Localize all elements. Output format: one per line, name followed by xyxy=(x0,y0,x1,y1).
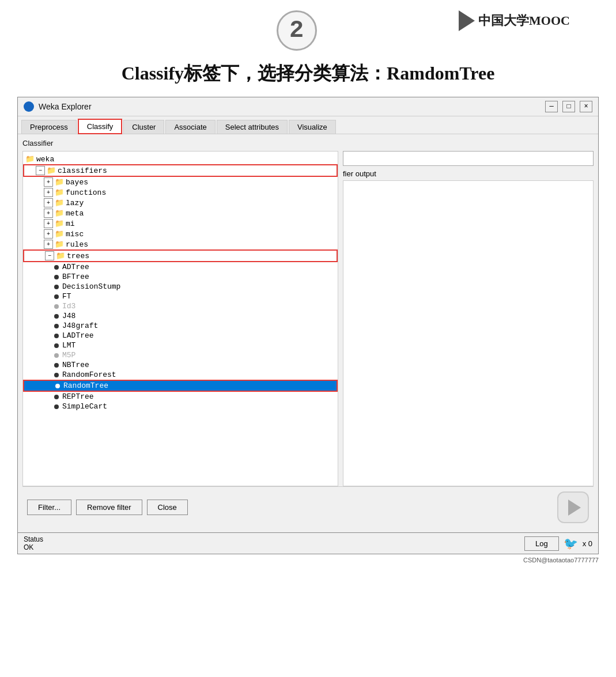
tree-item-j48graft-label: J48graft xyxy=(62,322,98,330)
expand-meta[interactable]: + xyxy=(44,209,53,218)
tab-preprocess[interactable]: Preprocess xyxy=(21,120,77,134)
tab-select-attributes[interactable]: Select attributes xyxy=(217,120,288,134)
folder-icon-trees: 📁 xyxy=(56,251,65,260)
bullet-bftree xyxy=(54,275,59,279)
tree-item-j48[interactable]: J48 xyxy=(23,311,338,321)
tree-item-id3[interactable]: Id3 xyxy=(23,301,338,311)
tree-item-simplecart[interactable]: SimpleCart xyxy=(23,402,338,411)
weka-icon xyxy=(24,101,34,112)
folder-icon-bayes: 📁 xyxy=(55,177,64,187)
status-bar: Status OK Log 🐦 x 0 xyxy=(17,533,599,554)
close-button[interactable]: × xyxy=(580,101,592,112)
tab-classify[interactable]: Classify xyxy=(78,119,123,134)
tree-item-bftree[interactable]: BFTree xyxy=(23,272,338,282)
minimize-button[interactable]: — xyxy=(545,101,558,112)
tree-item-reptree[interactable]: REPTree xyxy=(23,392,338,402)
expand-mi[interactable]: + xyxy=(44,219,53,228)
bullet-simplecart xyxy=(54,404,59,409)
tree-item-rules[interactable]: + 📁 rules xyxy=(23,239,338,249)
tree-item-ft[interactable]: FT xyxy=(23,292,338,301)
maximize-button[interactable]: □ xyxy=(562,101,575,112)
top-area: 2 中国大学MOOC xyxy=(0,0,616,56)
tree-item-nbtree[interactable]: NBTree xyxy=(23,360,338,370)
content-area: Classifier 📁 weka − 📁 classifiers xyxy=(18,134,598,532)
expand-lazy[interactable]: + xyxy=(44,198,53,207)
expand-classifiers[interactable]: − xyxy=(36,166,45,175)
expand-rules[interactable]: + xyxy=(44,240,53,249)
bullet-ladtree xyxy=(54,334,59,338)
classifier-output-label: fier output xyxy=(343,169,594,178)
bullet-j48 xyxy=(54,314,59,319)
tree-panel: 📁 weka − 📁 classifiers + 📁 bayes xyxy=(22,151,338,486)
bullet-randomtree xyxy=(55,384,60,388)
tab-associate[interactable]: Associate xyxy=(165,120,215,134)
mooc-play-icon xyxy=(459,10,475,31)
window-titlebar: Weka Explorer — □ × xyxy=(18,97,598,116)
folder-icon-lazy: 📁 xyxy=(55,198,64,207)
tree-item-ladtree[interactable]: LADTree xyxy=(23,331,338,341)
tree-item-trees-label: trees xyxy=(67,252,89,260)
filter-button[interactable]: Filter... xyxy=(27,500,71,515)
tree-item-m5p[interactable]: M5P xyxy=(23,350,338,360)
bullet-reptree xyxy=(54,395,59,399)
folder-icon-mi: 📁 xyxy=(55,219,64,228)
x-count: x 0 xyxy=(583,539,592,548)
play-button[interactable] xyxy=(557,491,589,523)
tree-item-bayes-label: bayes xyxy=(66,178,88,187)
status-value: OK xyxy=(24,543,43,551)
bullet-ft xyxy=(54,294,59,299)
status-left: Status OK xyxy=(24,535,43,551)
window-frame: Weka Explorer — □ × Preprocess Classify … xyxy=(17,97,599,533)
folder-icon-misc: 📁 xyxy=(55,229,64,239)
tree-item-randomtree[interactable]: RandomTree xyxy=(23,380,338,392)
tree-item-j48-label: J48 xyxy=(62,312,75,320)
tree-item-decisionstump-label: DecisionStump xyxy=(62,282,120,291)
tree-item-misc-label: misc xyxy=(66,230,84,239)
tree-item-meta-label: meta xyxy=(66,209,84,218)
expand-misc[interactable]: + xyxy=(44,229,53,239)
tree-item-ft-label: FT xyxy=(62,292,71,301)
log-button[interactable]: Log xyxy=(524,536,559,551)
tree-item-functions[interactable]: + 📁 functions xyxy=(23,187,338,198)
bullet-randomforest xyxy=(54,373,59,377)
tree-item-lmt[interactable]: LMT xyxy=(23,341,338,350)
tree-item-trees[interactable]: − 📁 trees xyxy=(23,249,338,262)
folder-icon-rules: 📁 xyxy=(55,240,64,249)
tree-item-nbtree-label: NBTree xyxy=(62,361,89,369)
bullet-adtree xyxy=(54,265,59,270)
main-title: Classify标签下，选择分类算法：RamdomTree xyxy=(0,56,616,97)
tree-item-randomforest-label: RandomForest xyxy=(62,370,116,379)
window-title: Weka Explorer xyxy=(39,102,545,111)
play-triangle-icon xyxy=(568,500,581,516)
tree-item-meta[interactable]: + 📁 meta xyxy=(23,208,338,218)
tree-item-misc[interactable]: + 📁 misc xyxy=(23,229,338,239)
tree-item-lazy[interactable]: + 📁 lazy xyxy=(23,198,338,208)
tree-item-decisionstump[interactable]: DecisionStump xyxy=(23,282,338,292)
mooc-logo: 中国大学MOOC xyxy=(459,10,570,31)
expand-bayes[interactable]: + xyxy=(44,177,53,187)
tab-cluster[interactable]: Cluster xyxy=(123,120,164,134)
expand-functions[interactable]: + xyxy=(44,188,53,197)
tree-item-j48graft[interactable]: J48graft xyxy=(23,321,338,331)
folder-icon-weka: 📁 xyxy=(25,154,35,164)
tree-item-ladtree-label: LADTree xyxy=(62,331,94,340)
status-right: Log 🐦 x 0 xyxy=(524,536,592,551)
close-tree-button[interactable]: Close xyxy=(147,500,188,515)
tree-item-randomforest[interactable]: RandomForest xyxy=(23,370,338,380)
classifier-input-row xyxy=(343,151,594,166)
bullet-decisionstump xyxy=(54,285,59,289)
expand-trees[interactable]: − xyxy=(45,251,54,260)
remove-filter-button[interactable]: Remove filter xyxy=(76,500,142,515)
tree-item-adtree[interactable]: ADTree xyxy=(23,262,338,272)
bullet-id3 xyxy=(54,304,59,309)
tree-item-bayes[interactable]: + 📁 bayes xyxy=(23,177,338,187)
tree-item-lazy-label: lazy xyxy=(66,199,84,207)
classifier-output-area xyxy=(343,180,594,486)
tab-visualize[interactable]: Visualize xyxy=(289,120,336,134)
tree-item-mi[interactable]: + 📁 mi xyxy=(23,218,338,229)
tree-panel-inner[interactable]: 📁 weka − 📁 classifiers + 📁 bayes xyxy=(23,152,338,486)
classifier-input[interactable] xyxy=(343,151,594,166)
tree-item-rules-label: rules xyxy=(66,240,88,249)
tree-item-weka[interactable]: 📁 weka xyxy=(23,154,338,164)
tree-item-classifiers[interactable]: − 📁 classifiers xyxy=(23,164,338,177)
